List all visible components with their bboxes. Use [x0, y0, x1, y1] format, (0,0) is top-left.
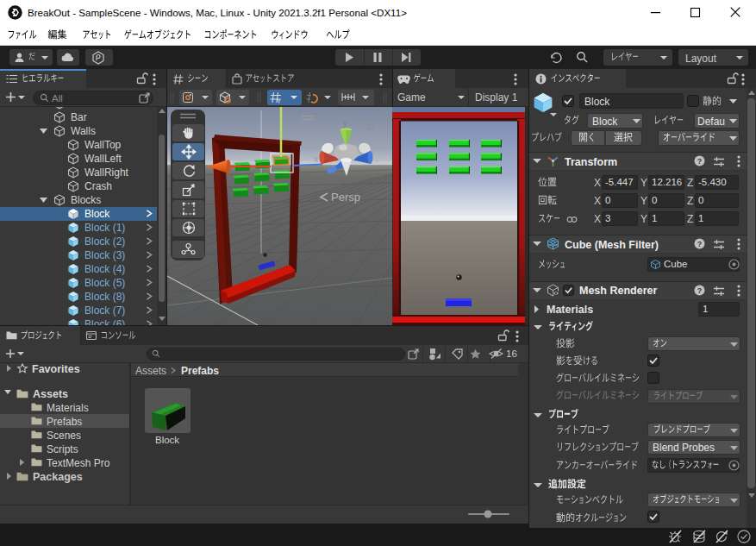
svg-text:Persp: Persp — [331, 191, 360, 204]
svg-text:x: x — [314, 154, 318, 164]
svg-text:Y: Y — [277, 97, 281, 105]
svg-text:?: ? — [697, 286, 703, 295]
svg-text:z: z — [375, 154, 379, 164]
svg-text:?: ? — [697, 240, 703, 248]
svg-text:y: y — [343, 118, 347, 128]
svg-text:?: ? — [697, 157, 703, 166]
